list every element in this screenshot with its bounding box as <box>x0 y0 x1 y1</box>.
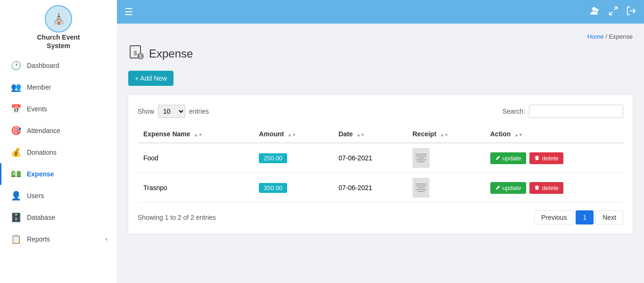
users-icon: 👤 <box>11 191 21 201</box>
cell-action: update delete <box>485 143 623 173</box>
table-row: Food 250.00 07-06-2021 update <box>138 143 623 173</box>
cell-expense-name: Trasnpo <box>138 173 253 203</box>
receipt-line <box>417 158 425 158</box>
logout-icon[interactable] <box>626 6 636 18</box>
pagination: Previous 1 Next <box>534 210 623 225</box>
cell-date: 07-06-2021 <box>333 173 407 203</box>
delete-button[interactable]: delete <box>529 152 563 164</box>
breadcrumb-home[interactable]: Home <box>587 33 604 40</box>
receipt-icon <box>413 178 429 198</box>
receipt-line <box>417 191 425 192</box>
topbar: ☰ <box>117 0 644 24</box>
sidebar-logo: ⛪ Church EventSystem <box>37 5 80 50</box>
app-name: Church EventSystem <box>37 33 80 50</box>
cell-amount: 350.00 <box>253 173 333 203</box>
svg-text:$: $ <box>133 50 137 57</box>
entries-label: entries <box>189 108 209 115</box>
sidebar-item-dashboard[interactable]: 🕐 Dashboard <box>0 55 117 76</box>
next-button[interactable]: Next <box>595 210 623 225</box>
previous-button[interactable]: Previous <box>534 210 574 225</box>
search-box: Search: <box>503 105 623 118</box>
sidebar-item-events[interactable]: 📅 Events <box>0 98 117 120</box>
receipt-icon <box>413 148 429 168</box>
sidebar-item-database[interactable]: 🗄️ Database <box>0 207 117 228</box>
cell-receipt <box>407 173 485 203</box>
table-card: Show 10 25 50 100 entries Search: <box>128 95 633 234</box>
update-button[interactable]: update <box>490 152 526 164</box>
sidebar-item-attendance[interactable]: 🎯 Attendance <box>0 120 117 142</box>
page-icon: $ $ <box>128 44 144 63</box>
attendance-icon: 🎯 <box>11 125 21 136</box>
receipt-line <box>415 185 427 186</box>
chevron-icon: ‹ <box>106 236 107 242</box>
sidebar-navigation: 🕐 Dashboard 👥 Member 📅 Events 🎯 Attendan… <box>0 55 117 250</box>
table-footer: Showing 1 to 2 of 2 entries Previous 1 N… <box>138 210 623 225</box>
cell-date: 07-06-2021 <box>333 143 407 173</box>
svg-text:$: $ <box>139 54 142 59</box>
expand-icon[interactable] <box>608 6 619 18</box>
sidebar-item-expense[interactable]: 💵 Expense <box>0 163 117 185</box>
svg-point-3 <box>595 8 598 11</box>
dashboard-icon: 🕐 <box>11 60 21 71</box>
entries-select[interactable]: 10 25 50 100 <box>158 105 185 118</box>
sidebar: ⛪ Church EventSystem 🕐 Dashboard 👥 Membe… <box>0 0 117 283</box>
entries-info: Showing 1 to 2 of 2 entries <box>138 214 216 221</box>
sidebar-item-label: Donations <box>27 149 57 156</box>
cell-amount: 250.00 <box>253 143 333 173</box>
col-expense-name: Expense Name ▲▼ <box>138 125 253 143</box>
hamburger-button[interactable]: ☰ <box>124 6 133 17</box>
table-row: Trasnpo 350.00 07-06-2021 update <box>138 173 623 203</box>
table-controls: Show 10 25 50 100 entries Search: <box>138 105 623 118</box>
page-header: $ $ Expense <box>128 44 633 63</box>
sidebar-item-member[interactable]: 👥 Member <box>0 76 117 98</box>
col-date: Date ▲▼ <box>333 125 407 143</box>
col-receipt: Receipt ▲▼ <box>407 125 485 143</box>
search-input[interactable] <box>529 105 623 118</box>
content-area: Home / Expense $ $ Expense + Add New <box>117 24 644 283</box>
search-label: Search: <box>503 108 525 115</box>
cell-action: update delete <box>485 173 623 203</box>
sidebar-item-label: Dashboard <box>27 62 59 69</box>
col-action: Action ▲▼ <box>485 125 623 143</box>
logo-icon: ⛪ <box>44 5 73 33</box>
sidebar-item-label: Expense <box>27 170 54 178</box>
sidebar-item-reports[interactable]: 📋 Reports ‹ <box>0 228 117 250</box>
receipt-line <box>417 187 425 188</box>
page-title: Expense <box>149 47 193 60</box>
topbar-actions <box>589 5 636 19</box>
receipt-line <box>417 161 425 162</box>
database-icon: 🗄️ <box>11 212 21 223</box>
add-new-button[interactable]: + Add New <box>128 71 173 86</box>
sidebar-item-label: Events <box>27 105 47 113</box>
sidebar-item-label: Reports <box>27 235 50 243</box>
svg-point-2 <box>592 7 596 11</box>
breadcrumb-current: Expense <box>609 33 633 40</box>
sidebar-item-users[interactable]: 👤 Users <box>0 185 117 207</box>
show-label: Show <box>138 108 154 115</box>
breadcrumb: Home / Expense <box>128 33 633 40</box>
sidebar-item-donations[interactable]: 💰 Donations <box>0 142 117 163</box>
sidebar-item-label: Member <box>27 83 51 91</box>
receipt-line <box>415 159 427 160</box>
page-1-button[interactable]: 1 <box>576 210 594 225</box>
expense-table: Expense Name ▲▼ Amount ▲▼ Date ▲▼ Rece <box>138 125 623 203</box>
svg-line-5 <box>610 11 612 14</box>
svg-text:⛪: ⛪ <box>52 13 65 25</box>
sidebar-item-label: Attendance <box>27 127 60 134</box>
user-icon[interactable] <box>589 5 601 19</box>
receipt-line <box>415 154 427 155</box>
expense-icon: 💵 <box>11 169 21 179</box>
reports-icon: 📋 <box>11 234 21 244</box>
main-area: ☰ <box>117 0 644 283</box>
delete-button[interactable]: delete <box>529 182 563 194</box>
update-button[interactable]: update <box>490 182 526 194</box>
receipt-line <box>415 189 427 190</box>
svg-line-4 <box>614 7 617 9</box>
events-icon: 📅 <box>11 104 21 114</box>
cell-receipt <box>407 143 485 173</box>
donations-icon: 💰 <box>11 147 21 158</box>
receipt-line <box>415 156 427 157</box>
show-entries: Show 10 25 50 100 entries <box>138 105 209 118</box>
cell-expense-name: Food <box>138 143 253 173</box>
receipt-line <box>415 183 427 184</box>
